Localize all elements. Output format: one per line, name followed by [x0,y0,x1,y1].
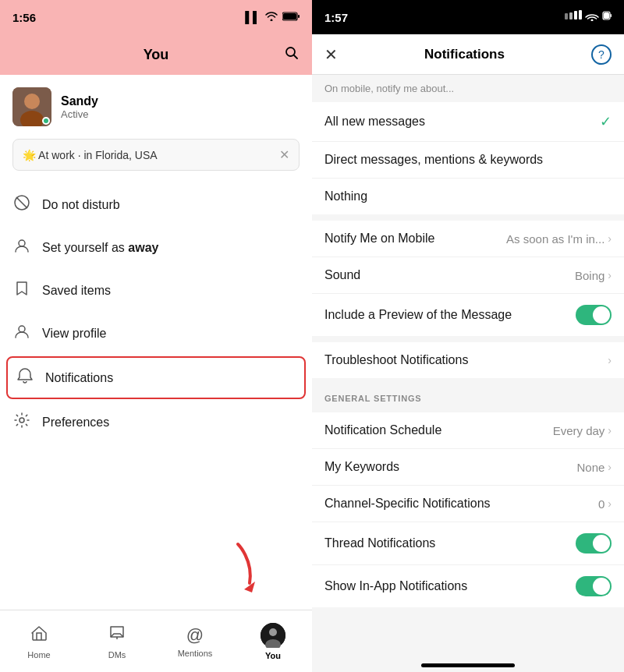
saved-icon [12,280,31,301]
general-settings-card: Notification Schedule Every day › My Key… [312,412,624,607]
sound-value: Boing › [575,269,612,282]
menu-item-saved[interactable]: Saved items [0,269,312,312]
nav-you-label: You [265,651,281,660]
notify-nothing[interactable]: Nothing [312,179,624,214]
svg-point-14 [269,628,277,636]
section-hint: On mobile, notify me about... [312,75,624,97]
mobile-settings-card: Notify Me on Mobile As soon as I'm in...… [312,221,624,336]
notify-dm-mentions[interactable]: Direct messages, mentions & keywords [312,142,624,179]
menu-saved-label: Saved items [42,284,111,298]
svg-point-5 [24,94,40,109]
left-status-bar: 1:56 ▌▌ [0,0,312,34]
nav-dms[interactable]: DMs [78,617,156,666]
sound-label: Sound [324,268,360,282]
svg-point-9 [19,240,25,246]
notify-nothing-label: Nothing [324,189,367,203]
svg-rect-2 [298,15,300,18]
preferences-icon [12,412,31,433]
notify-mobile-row[interactable]: Notify Me on Mobile As soon as I'm in...… [312,221,624,257]
troubleshoot-row[interactable]: Troubleshoot Notifications › [312,342,624,378]
left-time: 1:56 [12,11,36,24]
dnd-icon [12,194,31,215]
svg-point-11 [20,418,24,423]
preview-row[interactable]: Include a Preview of the Message [312,294,624,336]
nav-mentions-label: Mentions [178,649,213,658]
avatar-status-dot [42,117,50,125]
chevron-4: › [608,461,612,473]
menu-away-label: Set yourself as away [42,241,158,255]
away-icon [12,237,31,258]
chevron-5: › [608,497,612,510]
general-settings-label: GENERAL SETTINGS [312,383,624,408]
svg-rect-22 [604,12,609,19]
you-avatar [261,623,285,648]
svg-rect-16 [565,13,568,19]
nav-home-label: Home [27,650,50,660]
inapp-notifications-row[interactable]: Show In-App Notifications [312,565,624,607]
menu-item-away[interactable]: Set yourself as away [0,226,312,269]
keywords-value: None › [576,461,612,474]
nav-mentions[interactable]: @ Mentions [156,619,234,664]
thread-notifications-label: Thread Notifications [324,536,435,550]
sound-row[interactable]: Sound Boing › [312,257,624,294]
inapp-notifications-label: Show In-App Notifications [324,579,467,593]
status-pill-text: 🌟 At work · in Florida, USA [23,149,158,161]
svg-point-20 [591,19,594,22]
thread-toggle[interactable] [576,533,612,554]
notification-schedule-label: Notification Schedule [324,423,441,437]
home-icon [30,624,48,647]
notify-all-messages[interactable]: All new messages ✓ [312,102,624,142]
left-status-icons: ▌▌ [245,11,300,23]
mentions-icon: @ [186,625,204,645]
chevron-3: › [608,424,612,437]
preview-toggle[interactable] [576,305,612,325]
menu-item-notifications[interactable]: Notifications [6,356,306,399]
menu-preferences-label: Preferences [42,416,109,430]
notification-schedule-row[interactable]: Notification Schedule Every day › [312,412,624,449]
status-pill[interactable]: 🌟 At work · in Florida, USA ✕ [12,139,300,171]
channel-notifications-row[interactable]: Channel-Specific Notifications 0 › [312,486,624,522]
left-bottom-nav: Home DMs @ Mentions [0,610,312,672]
close-button[interactable]: ✕ [324,45,338,64]
left-panel: 1:56 ▌▌ You [0,0,312,672]
chevron-icon: › [608,232,612,245]
wifi-icon [265,11,278,23]
right-status-bar: 1:57 [312,0,624,34]
menu-item-preferences[interactable]: Preferences [0,401,312,444]
menu-profile-label: View profile [42,327,106,341]
preview-label: Include a Preview of the Message [324,308,512,322]
nav-dms-label: DMs [108,650,126,660]
notify-all-label: All new messages [324,115,425,129]
keywords-row[interactable]: My Keywords None › [312,449,624,486]
troubleshoot-chevron: › [608,354,612,366]
thread-notifications-row[interactable]: Thread Notifications [312,522,624,565]
notify-dm-label: Direct messages, mentions & keywords [324,153,543,167]
search-icon[interactable] [284,45,300,65]
help-button[interactable]: ? [591,44,612,65]
profile-section: Sandy Active [0,87,312,139]
profile-icon [12,323,31,344]
keywords-label: My Keywords [324,460,399,474]
notify-mobile-value: As soon as I'm in... › [506,232,612,246]
menu-item-profile[interactable]: View profile [0,312,312,355]
notifications-icon [16,367,34,388]
status-close-icon[interactable]: ✕ [279,147,289,162]
svg-rect-1 [283,13,296,19]
dms-icon [108,624,126,647]
svg-point-10 [19,326,25,332]
menu-dnd-label: Do not disturb [42,198,120,212]
channel-notifications-label: Channel-Specific Notifications [324,497,491,511]
inapp-toggle[interactable] [576,576,612,596]
left-header: You [0,34,312,75]
profile-info: Sandy Active [61,94,98,120]
left-content: Sandy Active 🌟 At work · in Florida, USA… [0,75,312,610]
svg-rect-19 [579,10,582,19]
nav-you[interactable]: You [234,617,312,667]
svg-rect-23 [611,14,612,17]
menu-item-dnd[interactable]: Do not disturb [0,183,312,226]
avatar [12,87,51,126]
nav-home[interactable]: Home [0,617,78,666]
bottom-spacer [312,612,624,621]
svg-point-3 [286,48,295,56]
notification-schedule-value: Every day › [553,424,612,437]
